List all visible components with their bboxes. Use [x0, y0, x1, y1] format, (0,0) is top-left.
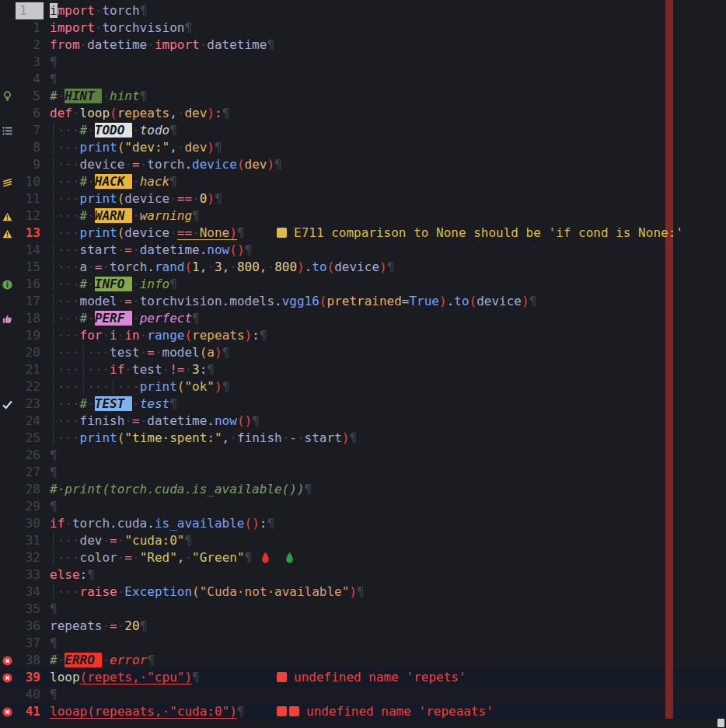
code-text: │···a·=·torch.rand(1,·3,·800,·800).to(de… [50, 260, 394, 274]
code-line[interactable]: 35¶ [0, 601, 726, 618]
todo-list-icon [0, 122, 16, 139]
code-line[interactable]: 11│···print(device·==·0)¶ [0, 190, 726, 207]
green-droplet-icon [285, 551, 294, 568]
code-text: ¶ [50, 687, 58, 702]
red-droplet-icon [261, 551, 270, 568]
code-line[interactable]: 4¶ [0, 71, 726, 88]
code-line[interactable]: 39loop(repets,·"cpu")¶undefined name 're… [0, 669, 726, 686]
code-line[interactable]: 34│···raise·Exception("Cuda·not·availabl… [0, 583, 726, 601]
code-text: else:¶ [50, 567, 95, 582]
eol-mark: ¶ [184, 20, 192, 35]
eol-mark: ¶ [192, 311, 200, 326]
code-line[interactable]: 14│···start·=·datetime.now()¶ [0, 242, 726, 259]
code-text: │···device·=·torch.device(dev)¶ [50, 157, 282, 172]
code-line[interactable]: 22│···│···│···print("ok")¶ [0, 378, 726, 395]
line-number: 24 [16, 413, 44, 430]
eol-mark: ¶ [215, 140, 222, 155]
eol-mark: ¶ [222, 379, 230, 394]
code-text: │···#·HACK ·hack¶ [50, 174, 177, 189]
code-line[interactable]: 23│···#·TEST ·test¶ [0, 395, 726, 413]
code-line[interactable]: 1import·torch¶ [0, 2, 726, 19]
eol-mark: ¶ [140, 89, 148, 103]
eol-mark: ¶ [184, 533, 192, 548]
code-line[interactable]: 29¶ [0, 498, 726, 515]
code-text: #·ERRO ·error¶ [50, 653, 155, 667]
code-line[interactable]: 28#·print(torch.cuda.is_available())¶ [0, 481, 726, 498]
code-line[interactable]: 37¶ [0, 635, 726, 652]
code-line[interactable]: 40¶ [0, 686, 726, 703]
code-line[interactable]: 21│···│···if·test·!=·3:¶ [0, 361, 726, 378]
code-line[interactable]: 9│···device·=·torch.device(dev)¶ [0, 156, 726, 173]
code-line[interactable]: 20│···│···test·=·model(a)¶ [0, 344, 726, 361]
eol-mark: ¶ [50, 499, 58, 514]
code-line[interactable]: 19│···for·i·in·range(repeats):¶ [0, 327, 726, 344]
eol-mark: ¶ [169, 396, 177, 411]
code-line[interactable]: 6def·loop(repeats,·dev):¶ [0, 105, 726, 122]
line-number: 9 [16, 156, 44, 173]
line-number: 5 [16, 88, 44, 105]
line-number: 4 [16, 71, 44, 88]
code-line[interactable]: 31│···dev·=·"cuda:0"¶ [0, 532, 726, 549]
code-text: │···#·INFO ·info¶ [50, 277, 177, 291]
eol-mark: ¶ [222, 106, 230, 120]
code-text: │···start·=·datetime.now()¶ [50, 242, 252, 257]
code-line[interactable]: 30if·torch.cuda.is_available():¶ [0, 515, 726, 532]
code-line[interactable]: 7│···#·TODO ·todo¶ [0, 122, 726, 139]
code-line[interactable]: 16│···#·INFO ·info¶ [0, 276, 726, 293]
eol-mark: ¶ [267, 37, 274, 52]
eol-mark: ¶ [140, 618, 148, 633]
code-line[interactable]: 41looap(repeaats,·"cuda:0")¶undefined na… [0, 703, 726, 720]
eol-mark: ¶ [245, 550, 253, 565]
code-line[interactable]: 12│···#·WARN ·warning¶ [0, 207, 726, 225]
code-line[interactable]: 33else:¶ [0, 566, 726, 583]
line-number: 35 [16, 601, 44, 618]
diagnostic-message: undefined name 'repeaats' [277, 703, 494, 720]
line-number: 27 [16, 464, 44, 481]
code-line[interactable]: 32│···color·=·"Red",·"Green"¶ [0, 549, 726, 566]
line-number: 38 [16, 652, 44, 669]
eol-mark: ¶ [169, 123, 177, 138]
code-line[interactable]: 38#·ERRO ·error¶ [0, 652, 726, 669]
line-number: 28 [16, 481, 44, 498]
code-line[interactable]: 3¶ [0, 54, 726, 71]
line-number: 23 [16, 395, 44, 413]
line-number: 21 [16, 361, 44, 378]
diagnostic-text: undefined name 'repeaats' [306, 704, 494, 719]
code-line[interactable]: 25│···print("time·spent:",·finish·-·star… [0, 430, 726, 447]
line-number: 15 [16, 259, 44, 276]
code-text: ¶ [50, 448, 58, 462]
eol-mark: ¶ [87, 567, 95, 582]
diagnostic-message: E711 comparison to None should be 'if co… [277, 225, 683, 242]
line-number: 29 [16, 498, 44, 515]
code-text: │···print("dev:",·dev)¶ [50, 140, 222, 155]
code-text: │···raise·Exception("Cuda·not·available"… [50, 584, 365, 599]
code-text: │···print("time·spent:",·finish·-·start)… [50, 430, 357, 445]
line-number: 14 [16, 242, 44, 259]
line-number: 25 [16, 430, 44, 447]
line-number: 17 [16, 293, 44, 310]
code-line[interactable]: 17│···model·=·torchvision.models.vgg16(p… [0, 293, 726, 310]
code-line[interactable]: 13│···print(device·==·None)¶E711 compari… [0, 225, 726, 242]
code-text: ¶ [50, 54, 58, 69]
code-text: if·torch.cuda.is_available():¶ [50, 516, 274, 531]
eol-mark: ¶ [169, 174, 177, 189]
code-line[interactable]: 26¶ [0, 447, 726, 464]
line-number: 7 [16, 122, 44, 139]
code-line[interactable]: 1import·torchvision¶ [0, 19, 726, 37]
code-line[interactable]: 5#·HINT ·hint¶ [0, 88, 726, 105]
code-line[interactable]: 8│···print("dev:",·dev)¶ [0, 139, 726, 156]
code-line[interactable]: 2from·datetime·import·datetime¶ [0, 37, 726, 54]
code-line[interactable]: 27¶ [0, 464, 726, 481]
eol-mark: ¶ [349, 430, 357, 445]
code-line[interactable]: 18│···#·PERF ·perfect¶ [0, 310, 726, 327]
code-line[interactable]: 10│···#·HACK ·hack¶ [0, 173, 726, 190]
eol-mark: ¶ [50, 601, 58, 616]
line-number: 12 [16, 207, 44, 225]
code-line[interactable]: 24│···finish·=·datetime.now()¶ [0, 413, 726, 430]
code-line[interactable]: 36repeats·=·20¶ [0, 618, 726, 635]
code-text: │···│···test·=·model(a)¶ [50, 345, 229, 360]
thumbs-up-icon [0, 310, 16, 327]
code-text: #·HINT ·hint¶ [50, 89, 147, 103]
code-text: │···dev·=·"cuda:0"¶ [50, 533, 192, 548]
code-line[interactable]: 15│···a·=·torch.rand(1,·3,·800,·800).to(… [0, 259, 726, 276]
